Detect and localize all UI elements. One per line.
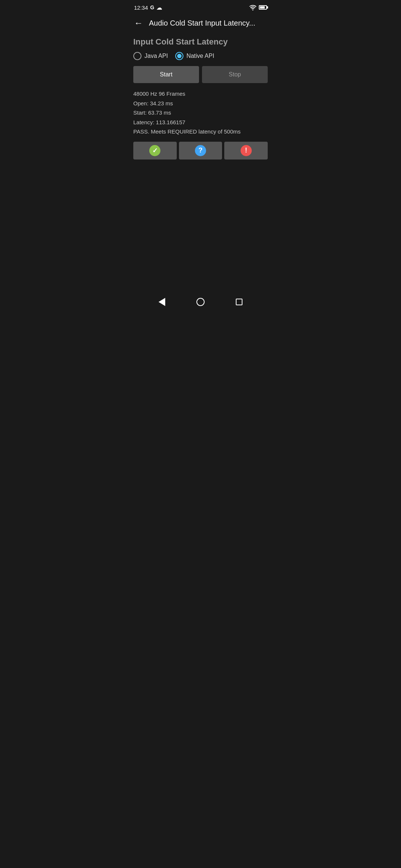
info-latency: Latency: 113.166157 [133,118,268,127]
native-api-label: Native API [186,53,214,59]
native-api-radio-inner [177,54,182,58]
action-buttons: Start Stop [133,66,268,83]
section-title: Input Cold Start Latency [133,37,268,47]
google-indicator: G [150,4,154,10]
bottom-nav [128,291,273,313]
status-pass-button[interactable]: ✓ [133,142,177,160]
native-api-radio-outer [175,52,183,60]
main-content: Input Cold Start Latency Java API Native… [128,34,273,165]
status-error-button[interactable]: ! [224,142,268,160]
battery-icon [259,5,267,10]
page-title: Audio Cold Start Input Latency... [149,19,268,27]
info-start: Start: 63.73 ms [133,108,268,118]
nav-recents-icon [236,299,242,305]
info-block: 48000 Hz 96 Frames Open: 34.23 ms Start:… [133,89,268,137]
java-api-radio[interactable]: Java API [133,52,168,60]
status-left: 12:34 G ☁ [134,4,162,11]
start-button[interactable]: Start [133,66,199,83]
java-api-label: Java API [144,53,168,59]
nav-home-button[interactable] [193,295,208,309]
stop-button[interactable]: Stop [202,66,268,83]
back-arrow-icon: ← [134,18,143,28]
status-right [249,5,267,10]
api-radio-group: Java API Native API [133,52,268,60]
status-icons-row: ✓ ? ! [133,142,268,160]
question-icon: ? [195,145,206,156]
toolbar: ← Audio Cold Start Input Latency... [128,13,273,34]
check-icon: ✓ [149,145,160,156]
native-api-radio[interactable]: Native API [175,52,214,60]
cloud-icon: ☁ [156,4,162,11]
error-icon: ! [241,145,252,156]
java-api-radio-outer [133,52,141,60]
info-hz-frames: 48000 Hz 96 Frames [133,89,268,99]
nav-back-button[interactable] [156,295,168,309]
status-time: 12:34 [134,4,148,11]
status-question-button[interactable]: ? [179,142,222,160]
back-button[interactable]: ← [133,16,144,30]
nav-back-icon [159,298,165,306]
nav-recents-button[interactable] [233,296,245,308]
info-open: Open: 34.23 ms [133,99,268,108]
info-pass: PASS. Meets REQUIRED latency of 500ms [133,127,268,137]
wifi-icon [249,5,257,10]
nav-home-icon [196,298,205,306]
status-bar: 12:34 G ☁ [128,0,273,13]
